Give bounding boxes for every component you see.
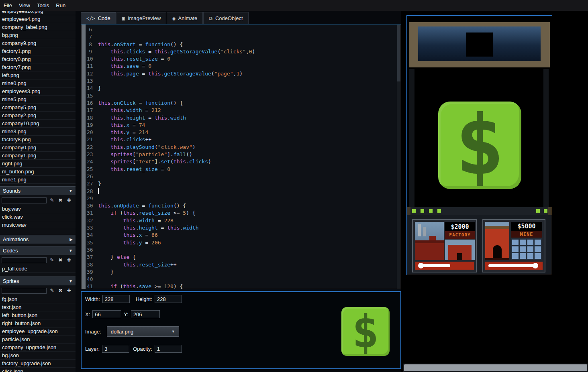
codes-search-input[interactable] xyxy=(2,257,47,263)
editor-vertical-scrollbar[interactable] xyxy=(81,24,86,289)
section-header-codes[interactable]: Codes ▼ xyxy=(0,246,76,255)
sound-file[interactable]: music.wav xyxy=(0,221,76,229)
menu-run[interactable]: Run xyxy=(56,2,65,8)
code-line[interactable]: 16this.onClick = function() { xyxy=(87,100,396,107)
code-line[interactable]: 39 } xyxy=(87,268,396,276)
code-line[interactable]: 8this.onStart = function() { xyxy=(87,41,396,48)
add-icon[interactable]: ✚ xyxy=(66,288,72,293)
code-line[interactable]: 18 this.height = this.width xyxy=(87,114,396,122)
sprite-file[interactable]: particle.json xyxy=(0,335,76,344)
code-line[interactable]: 17 this.width = 212 xyxy=(87,107,396,114)
code-editor[interactable]: 678this.onStart = function() {9 this.cli… xyxy=(81,24,401,289)
chevron-right-icon[interactable]: ▶ xyxy=(69,237,73,242)
add-icon[interactable]: ✚ xyxy=(66,197,72,203)
sprite-file[interactable]: right_button.json xyxy=(0,319,76,327)
sprite-file[interactable]: factory_upgrade.json xyxy=(0,360,76,368)
slider-handle[interactable] xyxy=(418,263,424,268)
code-line[interactable]: 40 xyxy=(87,276,396,283)
section-header-sprites[interactable]: Sprites ▼ xyxy=(0,276,76,286)
section-header-animations[interactable]: Animations ▶ xyxy=(0,235,76,244)
sprite-file[interactable]: left_button.json xyxy=(0,311,76,319)
sprite-file[interactable]: click.json xyxy=(0,368,76,372)
menu-tools[interactable]: Tools xyxy=(37,2,49,8)
image-file[interactable]: factory0.png xyxy=(0,55,76,63)
image-file[interactable]: company0.png xyxy=(0,144,76,152)
sprite-file[interactable]: bg.json xyxy=(0,352,76,360)
code-line[interactable]: 35 this.y = 206 xyxy=(87,239,396,246)
image-file[interactable]: employees4.png xyxy=(0,15,76,23)
image-select[interactable]: dollar.png ▼ xyxy=(107,326,179,337)
chevron-down-icon[interactable]: ▼ xyxy=(69,189,73,193)
code-line[interactable]: 29 xyxy=(87,195,396,202)
layer-field[interactable] xyxy=(102,345,129,353)
code-line[interactable]: 37 } else { xyxy=(87,254,396,261)
add-icon[interactable]: ✚ xyxy=(66,257,72,263)
delete-icon[interactable]: ✖ xyxy=(57,288,63,293)
chevron-down-icon[interactable]: ▼ xyxy=(69,279,73,283)
code-line[interactable]: 12 this.page = this.getStorageValue("pag… xyxy=(87,70,396,77)
image-file[interactable]: right.png xyxy=(0,160,76,168)
edit-icon[interactable]: ✎ xyxy=(49,288,55,293)
tab-codeobject[interactable]: ⧉CodeObject xyxy=(203,12,248,24)
code-line[interactable]: 14} xyxy=(87,85,396,92)
horizontal-scrollbar[interactable] xyxy=(403,364,588,372)
sounds-search-input[interactable] xyxy=(2,197,47,203)
shop-card-factory[interactable]: $2000 FACTORY xyxy=(412,219,477,272)
y-field[interactable] xyxy=(131,310,160,318)
code-line[interactable]: 7 xyxy=(87,33,396,41)
code-line[interactable]: 11 this.save = 0 xyxy=(87,63,396,70)
code-line[interactable]: 31 if (this.reset_size >= 5) { xyxy=(87,209,396,217)
image-file[interactable]: mine1.png xyxy=(0,176,76,184)
code-line[interactable]: 34 this.x = 66 xyxy=(87,232,396,239)
width-field[interactable] xyxy=(102,295,130,303)
image-file[interactable]: employees10.png xyxy=(0,11,76,15)
code-content[interactable]: 678this.onStart = function() {9 this.cli… xyxy=(87,26,396,289)
code-line[interactable]: 27} xyxy=(87,180,396,187)
code-file[interactable]: p_fall.code xyxy=(0,265,76,273)
code-line[interactable]: 33 this.height = this.width xyxy=(87,224,396,232)
sound-file[interactable]: buy.wav xyxy=(0,205,76,213)
section-header-sounds[interactable]: Sounds ▼ xyxy=(0,186,76,195)
edit-icon[interactable]: ✎ xyxy=(49,257,55,263)
tab-animate[interactable]: ◉Animate xyxy=(167,12,203,24)
menu-file[interactable]: File xyxy=(4,2,12,8)
code-line[interactable]: 20 this.y = 214 xyxy=(87,129,396,136)
code-line[interactable]: 32 this.width = 228 xyxy=(87,217,396,224)
sprite-file[interactable]: text.json xyxy=(0,303,76,311)
image-file[interactable]: mine0.png xyxy=(0,79,76,87)
image-file[interactable]: company10.png xyxy=(0,120,76,128)
code-line[interactable]: 36 xyxy=(87,246,396,254)
image-file[interactable]: bg.png xyxy=(0,31,76,39)
code-line[interactable]: 21 this.clicks++ xyxy=(87,136,396,143)
code-line[interactable]: 24 sprites["text"].set(this.clicks) xyxy=(87,158,396,165)
code-line[interactable]: 28 xyxy=(87,188,396,195)
editor-right-scrollbar[interactable] xyxy=(397,24,401,289)
code-line[interactable]: 19 this.x = 74 xyxy=(87,122,396,129)
code-line[interactable]: 30this.onUpdate = function() { xyxy=(87,202,396,209)
code-line[interactable]: 6 xyxy=(87,26,396,33)
image-file[interactable]: employees3.png xyxy=(0,87,76,96)
scrollbar-thumb[interactable] xyxy=(404,364,587,371)
edit-icon[interactable]: ✎ xyxy=(49,197,55,203)
height-field[interactable] xyxy=(155,295,182,303)
opacity-field[interactable] xyxy=(155,345,182,353)
code-line[interactable]: 23 sprites["particle"].fall() xyxy=(87,151,396,158)
code-line[interactable]: 41 if (this.save >= 120) { xyxy=(87,283,396,289)
tab-imagepreview[interactable]: ▣ImagePreview xyxy=(116,12,167,24)
code-line[interactable]: 22 this.playSound("click.wav") xyxy=(87,144,396,151)
slider-handle[interactable] xyxy=(533,263,538,268)
game-canvas[interactable]: $ $2000 FACTORY xyxy=(406,15,552,275)
image-file[interactable]: company1.png xyxy=(0,152,76,160)
shop-card-mine[interactable]: $5000 MINE xyxy=(482,219,545,272)
scrollbar-thumb[interactable] xyxy=(82,24,86,289)
mine-progress-slider[interactable] xyxy=(485,262,543,270)
code-line[interactable]: 10 this.reset_size = 0 xyxy=(87,55,396,63)
sprite-file[interactable]: employee_upgrade.json xyxy=(0,327,76,335)
delete-icon[interactable]: ✖ xyxy=(57,197,63,203)
code-line[interactable]: 15 xyxy=(87,92,396,100)
sprite-file[interactable]: company_upgrade.json xyxy=(0,344,76,352)
delete-icon[interactable]: ✖ xyxy=(57,257,63,263)
image-file[interactable]: m_button.png xyxy=(0,168,76,176)
code-line[interactable]: 25 this.reset_size = 0 xyxy=(87,166,396,173)
image-file[interactable]: company2.png xyxy=(0,112,76,120)
